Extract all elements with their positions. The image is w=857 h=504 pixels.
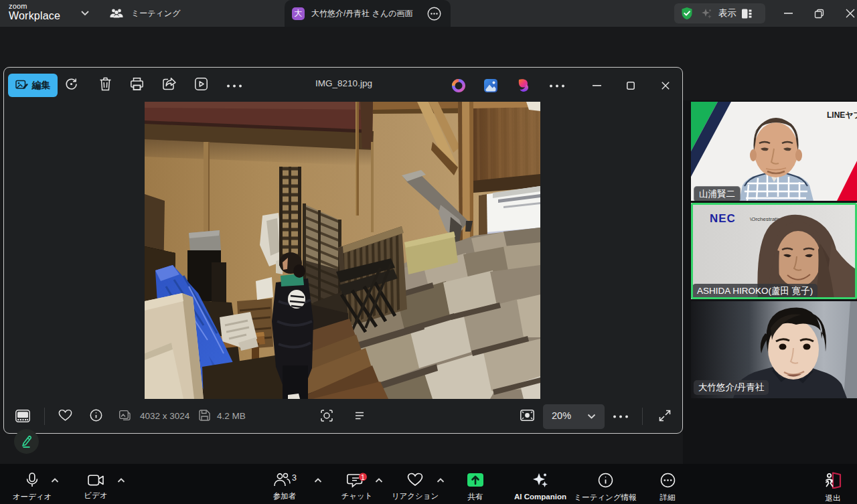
svg-text:1: 1 bbox=[361, 473, 365, 481]
svg-text:3: 3 bbox=[292, 473, 297, 483]
svg-text:LINEヤフー: LINEヤフー bbox=[827, 110, 857, 120]
